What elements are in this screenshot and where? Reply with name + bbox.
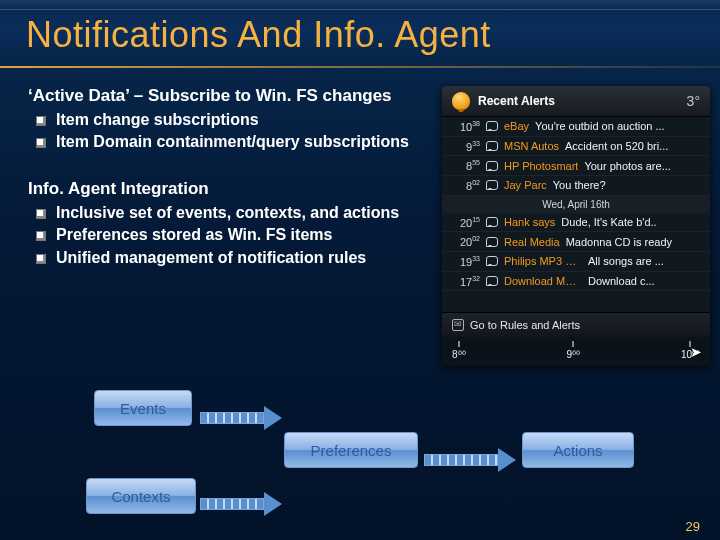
alert-message: Madonna CD is ready	[566, 236, 702, 248]
alert-time: 1732	[450, 275, 480, 288]
alert-source: MSN Autos	[504, 140, 559, 152]
alert-source: eBay	[504, 120, 529, 132]
alert-time: 1933	[450, 255, 480, 268]
bell-icon	[452, 92, 470, 110]
alert-time: 933	[450, 140, 480, 153]
alerts-list: 1038 eBay You're outbid on auction ... 9…	[442, 117, 710, 312]
alert-time: 2015	[450, 216, 480, 229]
alert-time: 1038	[450, 120, 480, 133]
list-item: Item Domain containment/query subscripti…	[56, 132, 423, 152]
alert-row: 855 HP Photosmart Your photos are...	[442, 156, 710, 176]
section2-heading: Info. Agent Integration	[28, 179, 423, 199]
alert-row: 1933 Philips MP3 player All songs are ..…	[442, 252, 710, 272]
alert-message: Dude, It's Kate b'd..	[561, 216, 702, 228]
alert-message: Your photos are...	[584, 160, 702, 172]
title-underline	[0, 66, 720, 68]
alert-message: All songs are ...	[588, 255, 702, 267]
bubble-icon	[486, 161, 498, 171]
alert-row: 802 Jay Parc You there?	[442, 176, 710, 196]
alert-message: You there?	[553, 179, 702, 191]
alert-row: 2002 Real Media Madonna CD is ready	[442, 232, 710, 252]
list-item: Unified management of notification rules	[56, 248, 423, 268]
page-number: 29	[686, 519, 700, 534]
bubble-icon	[486, 276, 498, 286]
list-item: Item change subscriptions	[56, 110, 423, 130]
panel-footer: Go to Rules and Alerts	[442, 312, 710, 337]
alert-row: 1732 Download Manager Download c...	[442, 272, 710, 292]
alert-row: 933 MSN Autos Accident on 520 bri...	[442, 137, 710, 157]
bubble-icon	[486, 180, 498, 190]
top-stripe	[0, 0, 720, 10]
alert-source: Real Media	[504, 236, 560, 248]
body-content: ‘Active Data’ – Subscribe to Win. FS cha…	[28, 86, 423, 270]
alert-source: Jay Parc	[504, 179, 547, 191]
section1-heading: ‘Active Data’ – Subscribe to Win. FS cha…	[28, 86, 423, 106]
alert-row: 2015 Hank says Dude, It's Kate b'd..	[442, 213, 710, 233]
time-tick: 9⁰⁰	[566, 341, 580, 360]
alert-time: 2002	[450, 235, 480, 248]
alert-message: You're outbid on auction ...	[535, 120, 702, 132]
time-axis: 8⁰⁰ 9⁰⁰ 10⁰⁰ ➤	[442, 337, 710, 366]
diagram-contexts-box: Contexts	[86, 478, 196, 514]
diagram-preferences-box: Preferences	[284, 432, 418, 468]
alert-row: 1038 eBay You're outbid on auction ...	[442, 117, 710, 137]
diagram-actions-box: Actions	[522, 432, 634, 468]
list-item: Inclusive set of events, contexts, and a…	[56, 203, 423, 223]
alert-source: Philips MP3 player	[504, 255, 582, 267]
temperature: 3°	[687, 93, 700, 109]
section2-list: Inclusive set of events, contexts, and a…	[56, 203, 423, 268]
alert-message: Accident on 520 bri...	[565, 140, 702, 152]
alert-source: Hank says	[504, 216, 555, 228]
list-item: Preferences stored as Win. FS items	[56, 225, 423, 245]
section1-list: Item change subscriptions Item Domain co…	[56, 110, 423, 153]
alert-source: HP Photosmart	[504, 160, 578, 172]
diagram-events-box: Events	[94, 390, 192, 426]
rules-icon	[452, 319, 464, 331]
bubble-icon	[486, 237, 498, 247]
recent-alerts-panel: Recent Alerts 3° 1038 eBay You're outbid…	[442, 86, 710, 366]
panel-footer-text: Go to Rules and Alerts	[470, 319, 580, 331]
panel-title: Recent Alerts	[478, 94, 679, 108]
bubble-icon	[486, 217, 498, 227]
cursor-icon: ➤	[690, 344, 702, 360]
alert-time: 855	[450, 159, 480, 172]
time-tick: 8⁰⁰	[452, 341, 466, 360]
alert-message: Download c...	[588, 275, 702, 287]
alert-source: Download Manager	[504, 275, 582, 287]
bubble-icon	[486, 256, 498, 266]
panel-header: Recent Alerts 3°	[442, 86, 710, 117]
day-divider: Wed, April 16th	[442, 196, 710, 213]
bubble-icon	[486, 141, 498, 151]
alert-time: 802	[450, 179, 480, 192]
bubble-icon	[486, 121, 498, 131]
